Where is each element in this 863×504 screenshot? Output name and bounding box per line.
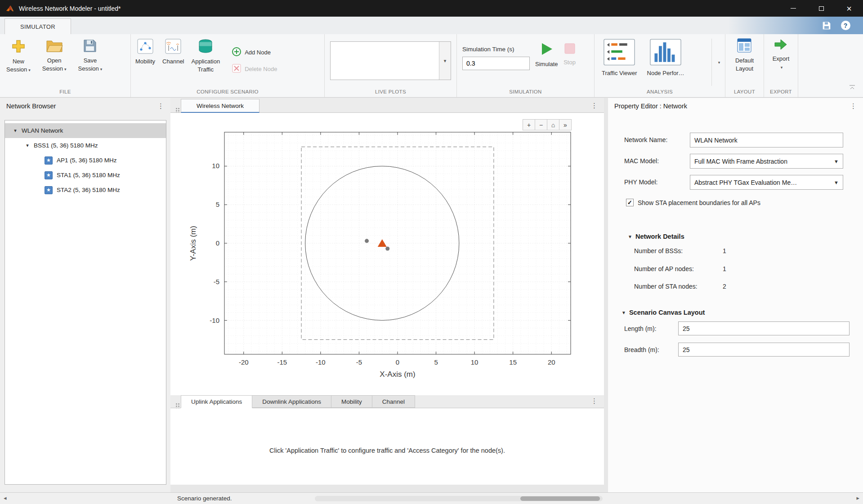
panel-menu-icon[interactable]: ⋮	[157, 102, 164, 110]
collapse-arrow-icon[interactable]: ▾	[24, 143, 31, 148]
section-label-simulation: SIMULATION	[457, 86, 594, 97]
save-session-button[interactable]: SaveSession▾	[78, 35, 103, 86]
stop-button[interactable]: Stop	[563, 34, 576, 86]
titlebar: Wireless Network Modeler - untitled* ×	[0, 0, 863, 17]
phy-model-label: PHY Model:	[624, 178, 657, 186]
svg-text:-15: -15	[277, 358, 287, 366]
breadth-field[interactable]	[678, 343, 850, 357]
minimize-button[interactable]	[779, 0, 807, 17]
home-button[interactable]: ⌂	[547, 119, 559, 130]
tab-channel[interactable]: Channel	[372, 395, 415, 408]
channel-icon	[165, 39, 181, 55]
network-name-input[interactable]	[694, 137, 839, 144]
tree-item-ap1[interactable]: ★ AP1 (5, 36) 5180 MHz	[5, 153, 166, 168]
network-plot[interactable]: -20-15-10-505101520-10-50510X-Axis (m)Y-…	[170, 113, 604, 387]
add-node-button[interactable]: Add Node	[232, 47, 277, 58]
tree-item-sta2[interactable]: ★ STA2 (5, 36) 5180 MHz	[5, 183, 166, 197]
network-details-section[interactable]: ▼Network Details	[628, 233, 684, 240]
save-session-icon	[83, 39, 97, 54]
svg-text:20: 20	[548, 358, 555, 366]
live-plots-dropdown[interactable]: ▾	[330, 41, 451, 80]
scroll-right-icon[interactable]: ▸	[856, 495, 859, 501]
section-label-layout: LAYOUT	[725, 86, 764, 97]
analysis-gallery-dropdown[interactable]: ▾	[711, 39, 725, 86]
length-field[interactable]	[678, 321, 850, 335]
scenario-canvas-layout-section[interactable]: ▼Scenario Canvas Layout	[622, 309, 705, 316]
open-session-button[interactable]: OpenSession▾	[42, 35, 67, 86]
mac-model-label: MAC Model:	[624, 157, 659, 165]
close-button[interactable]: ×	[835, 0, 863, 17]
node-performance-button[interactable]: Node Perfor…	[647, 39, 684, 86]
checkmark-icon: ✓	[627, 200, 632, 205]
svg-text:X-Axis (m): X-Axis (m)	[380, 370, 415, 379]
show-sta-boundaries-checkbox[interactable]: ✓	[626, 199, 634, 206]
phy-model-dropdown[interactable]: Abstract PHY TGax Evaluation Me… ▼	[690, 175, 843, 190]
tab-downlink-applications[interactable]: Downlink Applications	[252, 395, 331, 408]
mac-model-dropdown[interactable]: Full MAC With Frame Abstraction ▼	[690, 154, 843, 169]
length-label: Length (m):	[624, 325, 657, 332]
delete-node-button[interactable]: Delete Node	[232, 63, 277, 75]
scenario-canvas-panel: Wireless Network ⋮ -20-15-10-505101520-1…	[170, 98, 604, 485]
tree-item-label: BSS1 (5, 36) 5180 MHz	[34, 142, 98, 149]
scrollbar-thumb[interactable]	[520, 496, 600, 501]
tree-item-sta1[interactable]: ★ STA1 (5, 36) 5180 MHz	[5, 168, 166, 183]
tab-wireless-network[interactable]: Wireless Network	[181, 99, 259, 113]
scroll-left-icon[interactable]: ◂	[4, 495, 7, 501]
show-sta-boundaries-label: Show STA placement boundaries for all AP…	[638, 199, 760, 206]
simulation-time-input[interactable]	[462, 57, 530, 70]
node-star-icon: ★	[45, 186, 53, 194]
zoom-out-button[interactable]: −	[535, 119, 547, 130]
mobility-button[interactable]: Mobility	[135, 35, 155, 86]
new-session-button[interactable]: NewSession▾	[6, 35, 31, 86]
export-button[interactable]: Export▾	[773, 34, 790, 86]
tab-simulator[interactable]: SIMULATOR	[4, 18, 71, 34]
drag-grip-icon[interactable]	[176, 403, 177, 405]
tree-item-wlan-network[interactable]: ▾ WLAN Network	[5, 123, 166, 138]
property-editor-panel: Property Editor : Network ⋮ Network Name…	[608, 98, 863, 492]
tab-mobility[interactable]: Mobility	[331, 395, 372, 408]
help-button[interactable]: ?	[840, 20, 851, 31]
network-name-field[interactable]	[690, 133, 843, 147]
tree-item-label: STA2 (5, 36) 5180 MHz	[57, 187, 120, 193]
collapse-ribbon-icon	[848, 84, 856, 90]
default-layout-button[interactable]: DefaultLayout	[735, 34, 754, 86]
maximize-button[interactable]	[807, 0, 835, 17]
channel-button[interactable]: Channel	[162, 35, 184, 86]
panel-menu-icon[interactable]: ⋮	[591, 102, 598, 110]
length-input[interactable]	[683, 325, 845, 332]
application-traffic-button[interactable]: ApplicationTraffic	[192, 35, 220, 86]
combo-arrow-icon[interactable]: ▾	[439, 42, 451, 80]
num-sta-value: 2	[723, 283, 726, 290]
quick-save-button[interactable]	[821, 20, 832, 31]
breadth-input[interactable]	[683, 346, 845, 353]
ribbon-section-export: Export▾ EXPORT	[764, 34, 798, 97]
collapse-arrow-icon[interactable]: ▾	[12, 128, 18, 134]
collapse-ribbon-button[interactable]	[848, 84, 856, 90]
traffic-viewer-button[interactable]: Traffic Viewer	[602, 39, 637, 86]
num-ap-label: Number of AP nodes:	[634, 265, 694, 272]
help-icon: ?	[841, 21, 850, 30]
tab-uplink-applications[interactable]: Uplink Applications	[181, 395, 252, 408]
horizontal-scrollbar[interactable]	[315, 496, 603, 501]
wireless-network-modeler-window: Wireless Network Modeler - untitled* × S…	[0, 0, 863, 504]
tree-item-bss1[interactable]: ▾ BSS1 (5, 36) 5180 MHz	[5, 138, 166, 153]
expand-toolbar-button[interactable]: »	[559, 119, 572, 130]
tree-item-label: WLAN Network	[22, 127, 63, 134]
network-name-label: Network Name:	[624, 136, 667, 143]
svg-text:-10: -10	[316, 358, 326, 366]
dropdown-arrow-icon: ▾	[100, 67, 103, 71]
traffic-viewer-icon	[602, 39, 637, 67]
drag-grip-icon[interactable]	[176, 108, 177, 109]
network-browser-title: Network Browser	[6, 103, 56, 110]
maximize-icon	[819, 6, 824, 11]
section-label-file: FILE	[0, 86, 130, 97]
panel-menu-icon[interactable]: ⋮	[850, 102, 857, 110]
ribbon-filler	[798, 34, 863, 97]
minimize-icon	[791, 8, 796, 9]
node-star-icon: ★	[45, 156, 53, 165]
simulate-button[interactable]: Simulate	[535, 34, 558, 86]
zoom-in-button[interactable]: +	[523, 119, 535, 130]
canvas-tabbar: Wireless Network ⋮	[170, 98, 604, 113]
panel-menu-icon[interactable]: ⋮	[591, 397, 598, 405]
collapse-arrow-icon: ▼	[622, 310, 626, 315]
